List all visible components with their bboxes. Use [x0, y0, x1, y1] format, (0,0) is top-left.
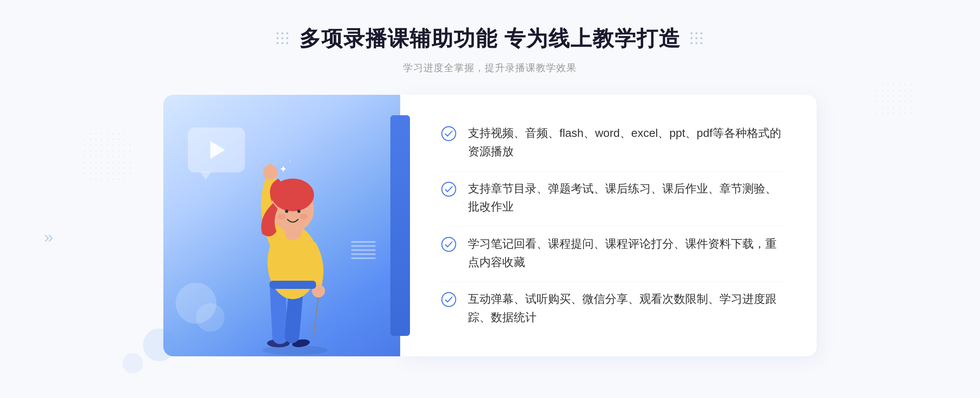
svg-point-19 — [442, 237, 456, 251]
title-row: 多项录播课辅助功能 专为线上教学打造 — [276, 25, 704, 53]
dots-decoration-right — [874, 82, 915, 114]
feature-item-2: 支持章节目录、弹题考试、课后练习、课后作业、章节测验、批改作业 — [441, 171, 784, 225]
feature-text-4: 互动弹幕、试听购买、微信分享、观看次数限制、学习进度跟踪、数据统计 — [468, 290, 784, 327]
feature-item-1: 支持视频、音频、flash、word、excel、ppt、pdf等各种格式的资源… — [441, 116, 784, 169]
title-decorator-right — [690, 32, 704, 45]
svg-rect-8 — [268, 163, 272, 175]
feature-item-4: 互动弹幕、试听购买、微信分享、观看次数限制、学习进度跟踪、数据统计 — [441, 282, 784, 335]
check-icon-2 — [441, 181, 457, 197]
svg-point-14 — [278, 214, 286, 219]
dots-decoration-left — [82, 131, 131, 180]
blue-bar-decoration — [390, 115, 410, 336]
arrow-decoration-left: » — [44, 229, 53, 245]
deco-circle-bottom-large — [143, 329, 176, 361]
svg-point-12 — [285, 210, 288, 213]
svg-point-17 — [442, 127, 456, 141]
check-icon-4 — [441, 292, 457, 307]
page-wrapper: » 多项录播课辅助功能 专为线上教学打造 学习进度全掌握，提升录播课教学效果 — [0, 0, 980, 398]
svg-point-15 — [300, 214, 308, 219]
illustration-card: ✦ · — [163, 95, 400, 356]
figure-illustration — [229, 119, 360, 356]
deco-circle-small — [196, 303, 225, 332]
play-icon — [210, 141, 225, 159]
subtitle: 学习进度全掌握，提升录播课教学效果 — [403, 61, 577, 74]
check-icon-1 — [441, 126, 457, 141]
check-icon-3 — [441, 237, 457, 252]
svg-point-18 — [442, 182, 456, 196]
svg-rect-16 — [270, 281, 316, 289]
svg-point-20 — [442, 293, 456, 306]
title-decorator-left — [276, 32, 290, 45]
svg-point-0 — [262, 345, 327, 355]
content-area: ✦ · — [163, 95, 817, 356]
feature-text-2: 支持章节目录、弹题考试、课后练习、课后作业、章节测验、批改作业 — [468, 180, 784, 217]
feature-text-3: 学习笔记回看、课程提问、课程评论打分、课件资料下载，重点内容收藏 — [468, 235, 784, 272]
features-panel: 支持视频、音频、flash、word、excel、ppt、pdf等各种格式的资源… — [400, 95, 817, 356]
feature-item-3: 学习笔记回看、课程提问、课程评论打分、课件资料下载，重点内容收藏 — [441, 226, 784, 280]
main-title: 多项录播课辅助功能 专为线上教学打造 — [299, 25, 681, 53]
deco-circle-bottom-small — [122, 353, 143, 373]
header-section: 多项录播课辅助功能 专为线上教学打造 学习进度全掌握，提升录播课教学效果 — [276, 25, 704, 74]
svg-point-13 — [297, 210, 301, 213]
feature-text-1: 支持视频、音频、flash、word、excel、ppt、pdf等各种格式的资源… — [468, 124, 784, 161]
